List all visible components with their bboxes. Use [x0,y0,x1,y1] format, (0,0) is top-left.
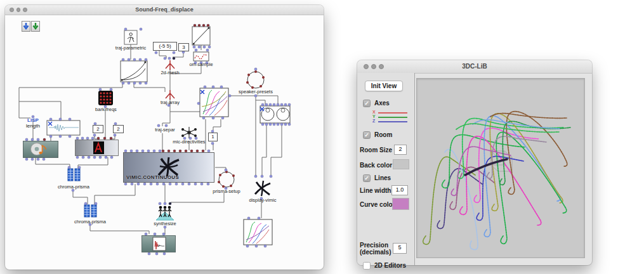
analysis-box[interactable] [75,140,119,156]
room-size-input[interactable]: 2 [394,145,407,155]
curves-preview-box-2[interactable] [244,219,272,245]
lines-label: Lines [374,174,391,181]
patch-titlebar[interactable]: Sound-Freq_displace [5,5,324,15]
back-color-swatch[interactable] [393,159,409,169]
room-label: Room [374,131,392,138]
back-color-label: Back color [360,162,392,169]
bark-freqs-icon[interactable] [98,91,113,105]
curve-color-label: Curve color [360,201,395,208]
precision-input[interactable]: 5 [393,243,407,254]
bark-freqs-label[interactable]: bark-freqs [91,107,121,112]
axes-label: Axes [374,100,390,107]
traj-parametric-label[interactable]: traj-parametric [105,46,156,51]
3dc-titlebar[interactable]: 3DC-LiB [357,60,592,74]
mic-directivities-label[interactable]: mic-directivities [169,140,209,145]
2d-mesh-icon[interactable] [166,60,174,70]
lisp-length-comment: LISP length [23,117,43,129]
chroma-prisma-icon-2[interactable] [84,205,96,217]
prisma-setup-icon[interactable] [218,171,235,188]
3dc-window-title: 3DC-LiB [357,63,592,70]
display-vimic-icon[interactable] [255,181,270,196]
curves-preview-box-1[interactable] [200,88,228,117]
vimic-continuous-label: VIMIC.CONTINUOUS [126,174,179,180]
lisp-comment-line2: length [23,123,43,129]
axis-line-y [378,117,407,118]
speaker-presets-icon[interactable] [246,70,265,89]
mic-patterns-box[interactable] [260,106,290,123]
3d-curves-canvas [417,79,584,258]
axis-line-x [378,112,407,114]
curve-color-swatch[interactable] [392,198,409,210]
diagonal-bpf-box[interactable] [192,27,210,45]
2d-editors-label: 2D Editors [374,262,406,269]
patch-window-title: Sound-Freq_displace [5,6,324,13]
precision-label-line2: (decimals) [360,249,391,256]
lines-checkbox[interactable]: ✓ [363,174,371,182]
prisma-setup-label[interactable]: prisma-setup [211,189,242,194]
room-checkbox[interactable]: ✓ [363,131,371,139]
sound-waveform-box[interactable] [47,121,80,135]
mic-directivities-icon[interactable] [182,127,197,138]
sound-file-box[interactable] [23,141,58,158]
line-width-input[interactable]: 1.0 [391,185,408,195]
axis-line-z [378,121,407,122]
output-sound-box[interactable] [141,235,176,252]
num-value-box-b[interactable]: 2 [113,125,124,133]
room-size-label: Room Size [360,147,392,153]
desktop: Sound-Freq_displace VIMIC.CONTINUOUS [0,0,644,274]
patch-wires [19,44,282,235]
traj-separ-label[interactable]: traj-separ [150,127,180,133]
one-value-box[interactable]: 1 [208,133,218,141]
2d-editors-checkbox[interactable] [363,262,371,270]
traj-array-label[interactable]: traj-array [155,100,185,105]
2d-mesh-label[interactable]: 2d-mesh [156,70,184,75]
vimic-continuous-box[interactable]: VIMIC.CONTINUOUS [123,152,214,183]
num-value-box-a[interactable]: 2 [93,125,103,133]
line-width-label: Line width [360,187,391,194]
synthesize-icon[interactable] [156,206,174,220]
lisp-comment-line1: LISP [23,117,43,123]
3dc-window: 3DC-LiB Init View ✓ Axes X Y Z ✓ Room Ro… [357,60,592,265]
om-sample-label[interactable]: om-sample [183,62,220,67]
chroma-prisma-icon-1[interactable] [68,169,80,181]
om-sample-icon[interactable] [194,52,209,61]
synthesize-label[interactable]: synthesize [150,221,180,226]
patch-window: Sound-Freq_displace VIMIC.CONTINUOUS [5,5,324,270]
axes-checkbox[interactable]: ✓ [363,100,371,107]
traj-array-icon[interactable] [166,90,174,100]
bpf-box[interactable] [121,61,147,82]
add-output-button[interactable] [31,21,40,32]
init-view-button[interactable]: Init View [365,81,403,91]
range-value-box[interactable]: (-5 5) [153,42,177,51]
speaker-presets-label[interactable]: speaker-presets [233,89,278,95]
traj-parametric-icon[interactable] [124,30,137,44]
3dc-control-panel: Init View ✓ Axes X Y Z ✓ Room Room Size … [357,73,415,265]
precision-label-line1: Precision [360,242,388,249]
add-input-button[interactable] [22,21,30,32]
3d-viewport[interactable] [416,78,585,258]
chroma-prisma-label-1[interactable]: chroma-prisma [53,185,94,190]
dims-value-box[interactable]: 3 [178,43,189,51]
display-vimic-label[interactable]: display-vimic [244,198,282,203]
chroma-prisma-label-2[interactable]: chroma-prisma [70,219,110,225]
